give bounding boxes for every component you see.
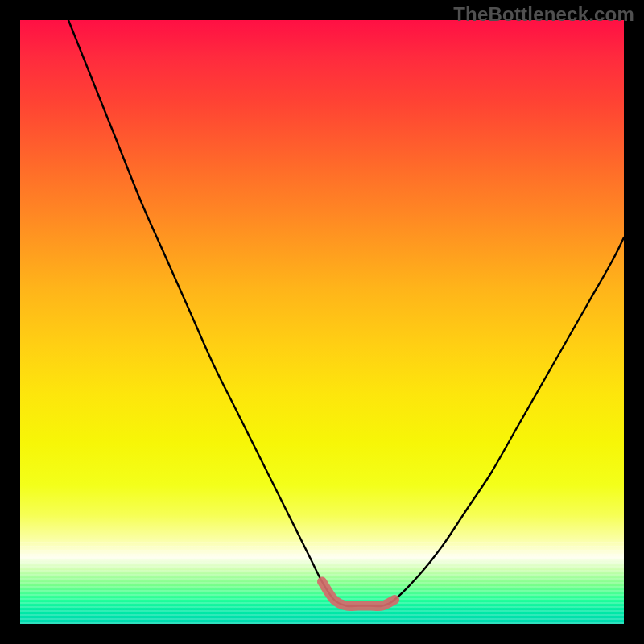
watermark-text: TheBottleneck.com — [453, 3, 634, 26]
curve-layer — [20, 20, 624, 624]
bottleneck-curve-path — [68, 20, 624, 606]
chart-frame: TheBottleneck.com — [0, 0, 644, 644]
plot-area — [20, 20, 624, 624]
optimal-band-path — [322, 582, 394, 607]
